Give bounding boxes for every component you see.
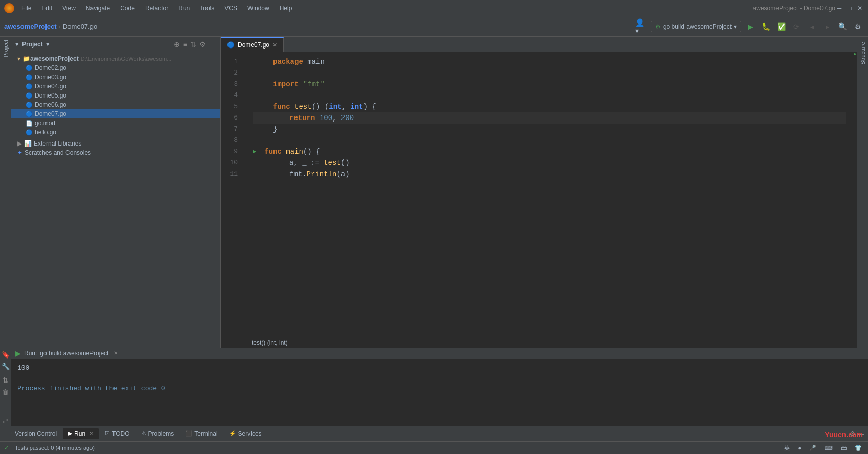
tab-todo[interactable]: ☑ TODO	[100, 428, 134, 439]
run-tab-x[interactable]: ✕	[89, 431, 94, 436]
stop-button[interactable]: ⟳	[790, 20, 803, 33]
line-numbers: 1 2 3 4 ⊟ 5 6 ⊟ 7 8 9 10 11	[221, 52, 246, 337]
coverage-button[interactable]: ✅	[775, 20, 787, 33]
run-button[interactable]: ▶	[744, 20, 757, 33]
import-str: "fmt"	[303, 79, 325, 90]
code-lines[interactable]: package main import "fmt" func test() (i…	[246, 52, 852, 337]
run-tab-close[interactable]: ✕	[113, 350, 118, 356]
menu-vcs[interactable]: VCS	[220, 4, 241, 13]
status-icon-4[interactable]: 🗃	[839, 445, 849, 451]
tree-file-dome02[interactable]: 🔵 Dome02.go	[11, 63, 220, 73]
tree-file-gomod[interactable]: 📄 go.mod	[11, 118, 220, 128]
debug-button[interactable]: 🐛	[760, 20, 772, 33]
profile-button[interactable]: 👤 ▾	[635, 20, 648, 33]
settings-button[interactable]: ⚙	[852, 20, 864, 33]
status-message: Tests passed: 0 (4 minutes ago)	[13, 445, 97, 451]
go-file-icon: 🔵	[26, 65, 33, 71]
maximize-button[interactable]: □	[846, 4, 854, 12]
tree-file-hello[interactable]: 🔵 hello.go	[11, 128, 220, 137]
menu-window[interactable]: Window	[243, 4, 273, 13]
search-button[interactable]: 🔍	[836, 20, 849, 33]
menu-refactor[interactable]: Refactor	[141, 4, 172, 13]
status-icon-1[interactable]: ♦	[796, 445, 803, 451]
status-icon-2[interactable]: 🎤	[807, 445, 818, 451]
run-config-selector[interactable]: ⚙ go build awesomeProject ▾	[651, 21, 741, 32]
back-button[interactable]: ◂	[806, 20, 818, 33]
tree-file-dome04[interactable]: 🔵 Dome04.go	[11, 82, 220, 91]
console-arrows-icon[interactable]: ⇄	[2, 416, 9, 426]
tree-file-dome03[interactable]: 🔵 Dome03.go	[11, 73, 220, 82]
line-num-6: 6	[221, 112, 242, 124]
wrench-icon[interactable]: 🔧	[1, 362, 11, 371]
tab-run[interactable]: ▶ Run ✕	[63, 428, 99, 439]
tree-file-dome05[interactable]: 🔵 Dome05.go	[11, 91, 220, 100]
close-button[interactable]: ✕	[856, 4, 864, 12]
minimize-button[interactable]: ─	[835, 4, 843, 12]
app-icon	[4, 3, 14, 13]
fn-test-call: test	[324, 157, 341, 169]
menu-help[interactable]: Help	[276, 4, 296, 13]
tree-ext-arrow: ▶	[17, 140, 22, 147]
status-icon-3[interactable]: ⌨	[823, 445, 835, 451]
status-icon-5[interactable]: 👕	[853, 445, 864, 451]
run-arrow-icon[interactable]: ▶	[253, 146, 256, 157]
console-trash-icon[interactable]: 🗑	[1, 387, 10, 397]
title-bar: File Edit View Navigate Code Refactor Ru…	[0, 0, 868, 16]
line-num-3: 3	[221, 79, 242, 90]
breadcrumb-project[interactable]: awesomeProject	[4, 22, 57, 30]
menu-code[interactable]: Code	[116, 4, 139, 13]
bottom-left-strip: 🔖 🔧 ⇅ 🗑 ⇄	[0, 348, 11, 426]
project-gear-sep: ▾	[46, 40, 50, 48]
tree-file-dome06[interactable]: 🔵 Dome06.go	[11, 100, 220, 109]
tab-services[interactable]: ⚡ Services	[224, 428, 267, 439]
left-panel-strip: Project	[0, 37, 11, 348]
tab-terminal-label: Terminal	[194, 430, 217, 437]
tree-root[interactable]: ▾ 📁 awesomeProject D:\Environment\GoWork…	[11, 54, 220, 63]
project-panel: ▾ Project ▾ ⊕ ≡ ⇅ ⚙ — ▾ 📁 awesomeProject…	[11, 37, 221, 348]
tree-root-path: D:\Environment\GoWorks\awesom...	[81, 56, 172, 62]
project-title: Project	[22, 41, 43, 48]
menu-view[interactable]: View	[58, 4, 80, 13]
project-settings-icon[interactable]: ⚙	[199, 40, 206, 49]
run-tab-label[interactable]: go build awesomeProject	[40, 350, 108, 357]
tab-close-button[interactable]: ✕	[272, 42, 277, 49]
breadcrumb-file[interactable]: Dome07.go	[63, 22, 97, 30]
code-line-9: ▶ func main() {	[253, 146, 846, 157]
services-tab-icon: ⚡	[229, 430, 236, 437]
run-label-text: Run:	[24, 350, 37, 357]
bookmarks-icon[interactable]: 🔖	[1, 350, 11, 360]
project-collapse-icon[interactable]: —	[209, 40, 216, 49]
project-sort-icon[interactable]: ⇅	[190, 40, 196, 49]
editor-area: 🔵 Dome07.go ✕ 1 2 3 4 ⊟ 5 6	[221, 37, 857, 348]
fn-test: test	[294, 101, 312, 112]
code-area[interactable]: 1 2 3 4 ⊟ 5 6 ⊟ 7 8 9 10 11	[221, 52, 857, 337]
editor-tab-dome07[interactable]: 🔵 Dome07.go ✕	[221, 37, 284, 52]
tab-version-control[interactable]: ⑂ Version Control	[4, 428, 62, 439]
git-icon: ⑂	[9, 431, 13, 437]
project-add-icon[interactable]: ⊕	[174, 40, 180, 49]
menu-file[interactable]: File	[17, 4, 35, 13]
tree-external-libs[interactable]: ▶ 📊 External Libraries	[11, 139, 220, 148]
tree-scratches[interactable]: ✦ Scratches and Consoles	[11, 148, 220, 157]
tab-problems[interactable]: ⚠ Problems	[136, 428, 179, 439]
console-up-icon[interactable]: ⇅	[2, 375, 9, 385]
project-list-icon[interactable]: ≡	[183, 40, 187, 49]
todo-tab-icon: ☑	[105, 430, 110, 437]
menu-edit[interactable]: Edit	[37, 4, 56, 13]
kw-func-2: func	[264, 146, 282, 157]
forward-button[interactable]: ▸	[821, 20, 833, 33]
console-line-2	[17, 373, 862, 384]
editor-tabs: 🔵 Dome07.go ✕	[221, 37, 857, 52]
bottom-section: 🔖 🔧 ⇅ 🗑 ⇄ ▶ Run: go build awesomeProject…	[0, 348, 868, 441]
tab-terminal[interactable]: ⬛ Terminal	[180, 428, 222, 439]
menu-run[interactable]: Run	[174, 4, 194, 13]
pkg-name: main	[307, 56, 325, 67]
menu-navigate[interactable]: Navigate	[82, 4, 114, 13]
status-lang[interactable]: 英	[782, 444, 792, 452]
tab-services-label: Services	[238, 430, 262, 437]
menu-tools[interactable]: Tools	[196, 4, 218, 13]
project-strip-label[interactable]: Project	[1, 37, 10, 60]
tree-file-dome07[interactable]: 🔵 Dome07.go	[11, 109, 220, 118]
line-num-1: 1	[221, 56, 242, 67]
right-strip-label[interactable]: Structure	[858, 39, 867, 68]
